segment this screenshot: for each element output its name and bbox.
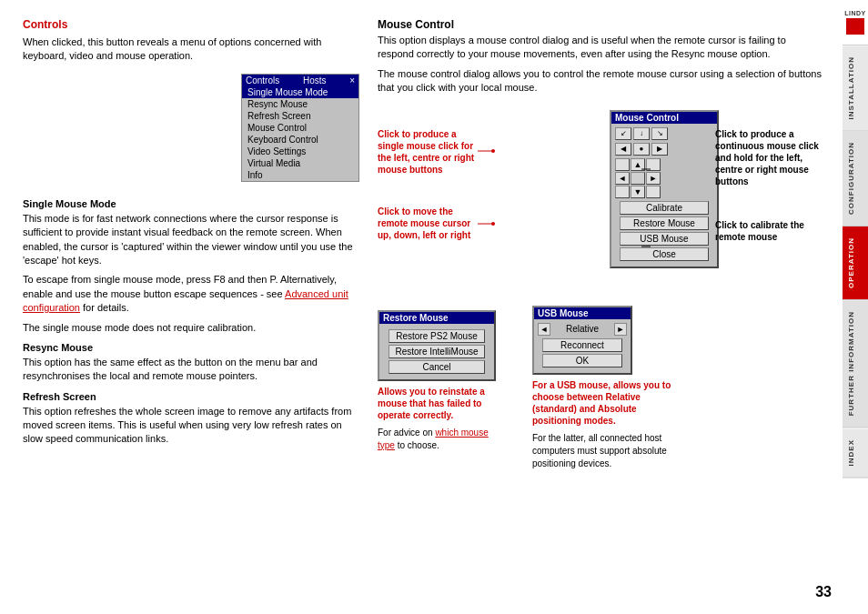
dialog-body: ↙ ↓ ↘ ◀ ● ▶ ▲ ◄ (611, 124, 717, 267)
menu-item-video[interactable]: Video Settings (242, 146, 358, 157)
page-number: 33 (815, 584, 832, 600)
single-mouse-text4: The single mouse mode does not require c… (23, 321, 359, 335)
restore-dialog: Restore Mouse Restore PS2 Mouse Restore … (378, 310, 496, 381)
single-mouse-text2: To escape from single mouse mode, press … (23, 273, 359, 315)
arrow-up-left[interactable] (615, 158, 630, 171)
resync-mouse-heading: Resync Mouse (23, 342, 359, 353)
menu-title-bar: Controls Hosts × (242, 75, 358, 86)
restore-annotation: Allows you to reinstate a mouse that has… (378, 386, 505, 452)
mouse-control-description: The mouse control dialog allows you to c… (378, 67, 824, 96)
arrow-center[interactable] (631, 172, 645, 185)
svg-point-3 (491, 222, 495, 226)
close-btn[interactable]: Close (620, 247, 708, 261)
restore-intelli-btn[interactable]: Restore IntelliMouse (389, 345, 485, 358)
controls-intro: When clicked, this button reveals a menu… (23, 35, 359, 64)
usb-next-btn[interactable]: ► (614, 323, 627, 336)
cont-right-btn[interactable]: ▶ (651, 143, 668, 156)
arrow-left[interactable]: ◄ (615, 172, 630, 185)
restore-dialog-wrapper: Restore Mouse Restore PS2 Mouse Restore … (378, 306, 505, 476)
sidebar-item-operation[interactable]: OPERATION (843, 226, 868, 300)
menu-item-virtual[interactable]: Virtual Media (242, 157, 358, 169)
svg-point-1 (491, 149, 495, 153)
menu-item-refresh[interactable]: Refresh Screen (242, 110, 358, 122)
left-column: Controls When clicked, this button revea… (23, 18, 359, 596)
controls-title: Controls (23, 18, 359, 31)
single-mouse-text1: This mode is for fast network connection… (23, 212, 359, 268)
usb-annotation: For a USB mouse, allows you to choose be… (532, 379, 678, 470)
menu-item-resync[interactable]: Resync Mouse (242, 98, 358, 110)
controls-menu-screenshot: Controls Hosts × Single Mouse Mode Resyn… (241, 74, 359, 182)
arrow-up[interactable]: ▲ (631, 158, 645, 171)
logo-text: LINDY (844, 10, 866, 16)
arrow-up-right[interactable] (646, 158, 661, 171)
logo-box: LINDY (843, 0, 868, 45)
annotation-click-calibrate: Click to calibrate the remote mouse (715, 219, 824, 248)
continuous-click-row: ◀ ● ▶ (615, 143, 713, 156)
arrow-controls: ▲ ◄ ► ▼ (615, 158, 713, 198)
left-btn[interactable]: ↙ (615, 127, 631, 140)
menu-title-hosts: Hosts (303, 75, 327, 86)
sidebar-item-installation[interactable]: INSTALLATION (843, 45, 868, 131)
refresh-screen-text: This option refreshes the whole screen i… (23, 405, 359, 447)
sidebar-item-configuration[interactable]: CONFIGURATION (843, 131, 868, 226)
center-btn[interactable]: ↓ (633, 127, 650, 140)
sidebar-item-further[interactable]: FURTHER INFORMATION (843, 300, 868, 428)
menu-item-mouse-control[interactable]: Mouse Control (242, 122, 358, 134)
mouse-control-title: Mouse Control (378, 18, 824, 31)
arrow-down-left[interactable] (615, 186, 630, 198)
usb-dialog-wrapper: USB Mouse ◄ Relative ► Reconnect OK For … (532, 306, 678, 476)
restore-title: Restore Mouse (379, 312, 494, 324)
usb-title: USB Mouse (534, 307, 631, 319)
restore-mouse-btn[interactable]: Restore Mouse (620, 216, 708, 230)
usb-ok-btn[interactable]: OK (542, 354, 622, 367)
usb-body: ◄ Relative ► Reconnect OK (534, 319, 631, 373)
arrow-right[interactable]: ► (646, 172, 661, 185)
sidebar: LINDY INSTALLATION CONFIGURATION OPERATI… (843, 0, 868, 614)
main-content: Controls When clicked, this button revea… (0, 0, 843, 614)
usb-reconnect-btn[interactable]: Reconnect (542, 338, 622, 352)
resync-mouse-text: This option has the same effect as the b… (23, 356, 359, 384)
menu-item-single-mouse[interactable]: Single Mouse Mode (242, 86, 358, 98)
sidebar-item-index[interactable]: INDEX (843, 428, 868, 478)
menu-item-keyboard[interactable]: Keyboard Control (242, 134, 358, 146)
arrow-down-right[interactable] (646, 186, 661, 198)
usb-option-label: Relative (552, 324, 612, 334)
usb-dialog: USB Mouse ◄ Relative ► Reconnect OK (532, 306, 632, 375)
cont-left-btn[interactable]: ◀ (615, 143, 631, 156)
restore-body: Restore PS2 Mouse Restore IntelliMouse C… (379, 324, 494, 379)
menu-item-info[interactable]: Info (242, 169, 358, 181)
mouse-control-dialog: Mouse Control ↙ ↓ ↘ ◀ ● ▶ (610, 110, 719, 268)
right-column: Mouse Control This option displays a mou… (378, 18, 824, 596)
mouse-control-intro: This option displays a mouse control dia… (378, 34, 824, 62)
annotation-click-single: Click to produce a single mouse click fo… (378, 128, 478, 181)
single-click-row: ↙ ↓ ↘ (615, 127, 713, 140)
arrow-down[interactable]: ▼ (631, 186, 645, 198)
menu-close-icon: × (349, 75, 355, 86)
usb-nav: ◄ Relative ► (538, 323, 627, 336)
annotation-click-continuous: Click to produce a continuous mouse clic… (715, 128, 824, 193)
cont-center-btn[interactable]: ● (633, 143, 650, 156)
refresh-screen-heading: Refresh Screen (23, 391, 359, 402)
single-mouse-heading: Single Mouse Mode (23, 198, 359, 209)
usb-mouse-btn[interactable]: USB Mouse (620, 232, 708, 246)
annotation-click-move: Click to move the remote mouse cursor up… (378, 206, 478, 247)
calibrate-btn[interactable]: Calibrate (620, 201, 708, 215)
dialogs-row: Restore Mouse Restore PS2 Mouse Restore … (378, 306, 824, 476)
restore-cancel-btn[interactable]: Cancel (389, 360, 485, 374)
menu-title-controls: Controls (246, 75, 279, 86)
right-btn[interactable]: ↘ (651, 127, 668, 140)
usb-prev-btn[interactable]: ◄ (538, 323, 550, 336)
dialog-title: Mouse Control (611, 112, 717, 124)
logo-red-square (846, 18, 864, 35)
restore-ps2-btn[interactable]: Restore PS2 Mouse (389, 329, 485, 343)
